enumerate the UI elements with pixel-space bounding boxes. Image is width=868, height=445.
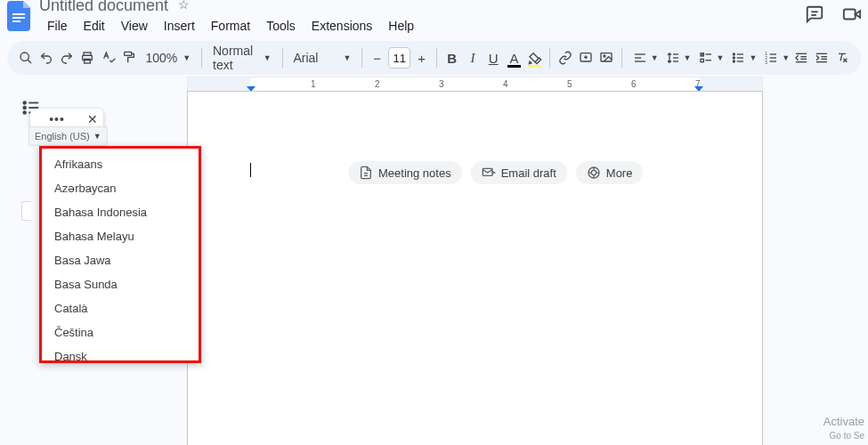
chip-label: Email draft (501, 166, 556, 180)
language-dropdown: AfrikaansAzərbaycanBahasa IndonesiaBahas… (39, 146, 201, 363)
svg-point-28 (734, 57, 735, 59)
bulleted-list-button[interactable] (726, 45, 750, 70)
star-icon[interactable]: ☆ (178, 0, 190, 12)
ruler-number: 4 (503, 79, 508, 89)
language-option[interactable]: Bahasa Indonesia (42, 200, 199, 224)
language-option[interactable]: Azərbaycan (42, 176, 199, 200)
insert-image-icon[interactable] (597, 45, 616, 70)
redo-icon[interactable] (58, 45, 77, 70)
menu-insert[interactable]: Insert (156, 17, 203, 35)
text-color-button[interactable]: A (505, 45, 523, 70)
language-option[interactable]: Basa Jawa (42, 248, 199, 272)
svg-point-60 (23, 111, 26, 114)
decrease-font-button[interactable]: − (368, 45, 386, 70)
chip-meeting-notes[interactable]: Meeting notes (348, 161, 462, 184)
ruler-number: 5 (567, 79, 572, 89)
language-select[interactable]: English (US) ▼ (28, 126, 108, 146)
svg-rect-11 (125, 52, 132, 55)
svg-point-58 (23, 101, 26, 104)
underline-button[interactable]: U (484, 45, 503, 70)
side-panel-tab[interactable] (21, 201, 31, 221)
insert-link-icon[interactable] (556, 45, 574, 70)
svg-rect-0 (12, 13, 25, 15)
chevron-down-icon: ▼ (264, 53, 272, 62)
ruler-number: 1 (311, 79, 316, 89)
ruler-number: 6 (631, 79, 637, 89)
doc-title[interactable]: Untitled document (39, 0, 168, 15)
chevron-down-icon[interactable]: ▼ (749, 53, 757, 62)
chip-email-draft[interactable]: Email draft (471, 161, 567, 184)
language-option[interactable]: Afrikaans (42, 152, 199, 176)
menu-extensions[interactable]: Extensions (304, 17, 380, 35)
chevron-down-icon[interactable]: ▼ (782, 53, 790, 62)
svg-point-6 (20, 53, 28, 61)
menu-tools[interactable]: Tools (258, 17, 304, 35)
text-cursor (250, 163, 251, 177)
document-page[interactable]: Meeting notes Email draft More (187, 91, 763, 445)
menu-file[interactable]: File (39, 17, 76, 35)
undo-icon[interactable] (37, 45, 55, 70)
chip-more[interactable]: More (576, 161, 644, 184)
chevron-down-icon: ▼ (183, 53, 191, 62)
clear-formatting-button[interactable] (833, 45, 852, 70)
chevron-down-icon: ▼ (343, 53, 351, 62)
svg-point-29 (734, 61, 735, 62)
ruler-number: 7 (695, 79, 701, 89)
chevron-down-icon[interactable]: ▼ (651, 53, 659, 62)
increase-font-button[interactable]: + (412, 45, 431, 70)
close-icon[interactable]: ✕ (87, 112, 101, 126)
menu-view[interactable]: View (113, 17, 156, 35)
svg-rect-25 (701, 59, 703, 61)
chevron-down-icon[interactable]: ▼ (684, 53, 692, 62)
svg-point-16 (604, 55, 605, 57)
more-options-icon[interactable]: ••• (32, 112, 82, 126)
toolbar: 100%▼ Normal text▼ Arial▼ − 11 + B I U A… (7, 41, 861, 75)
paint-format-icon[interactable] (119, 45, 138, 70)
highlight-button[interactable] (525, 45, 544, 70)
language-option[interactable]: Čeština (42, 320, 199, 344)
svg-rect-5 (844, 10, 856, 20)
search-menu-icon[interactable] (16, 45, 35, 70)
style-value: Normal text (213, 44, 258, 72)
line-spacing-button[interactable] (661, 45, 685, 70)
align-button[interactable] (628, 45, 653, 70)
windows-watermark: ActivateGo to Se (823, 416, 864, 441)
comment-history-icon[interactable] (804, 4, 825, 25)
language-option[interactable]: Dansk (42, 344, 199, 363)
language-option[interactable]: Català (42, 296, 199, 320)
bold-button[interactable]: B (442, 45, 461, 70)
paragraph-style-select[interactable]: Normal text▼ (207, 44, 277, 72)
chip-label: Meeting notes (378, 166, 451, 180)
svg-rect-1 (12, 17, 25, 19)
svg-text:3: 3 (766, 61, 768, 65)
font-select[interactable]: Arial▼ (288, 51, 356, 65)
docs-logo[interactable] (5, 2, 34, 30)
font-value: Arial (293, 51, 318, 65)
spellcheck-icon[interactable] (99, 45, 118, 70)
svg-point-59 (23, 107, 26, 109)
italic-button[interactable]: I (463, 45, 482, 70)
svg-point-53 (591, 170, 596, 174)
menu-format[interactable]: Format (203, 17, 258, 35)
chevron-down-icon[interactable]: ▼ (717, 53, 725, 62)
chip-label: More (606, 166, 633, 180)
ruler-number: 3 (439, 79, 444, 89)
ruler-number: 2 (375, 79, 380, 89)
language-current: English (US) (35, 131, 90, 142)
font-size-input[interactable]: 11 (388, 47, 410, 69)
checklist-button[interactable] (694, 45, 718, 70)
zoom-value: 100% (146, 51, 178, 65)
menu-help[interactable]: Help (380, 17, 422, 35)
numbered-list-button[interactable]: 123 (758, 45, 783, 70)
language-option[interactable]: Basa Sunda (42, 272, 199, 296)
increase-indent-button[interactable] (813, 45, 831, 70)
add-comment-icon[interactable] (576, 45, 595, 70)
print-icon[interactable] (78, 45, 97, 70)
decrease-indent-button[interactable] (791, 45, 810, 70)
meet-icon[interactable] (841, 4, 863, 25)
language-option[interactable]: Bahasa Melayu (42, 224, 199, 248)
chevron-down-icon: ▼ (93, 132, 101, 141)
zoom-select[interactable]: 100%▼ (141, 51, 197, 65)
menu-edit[interactable]: Edit (76, 17, 113, 35)
svg-rect-2 (12, 20, 20, 22)
